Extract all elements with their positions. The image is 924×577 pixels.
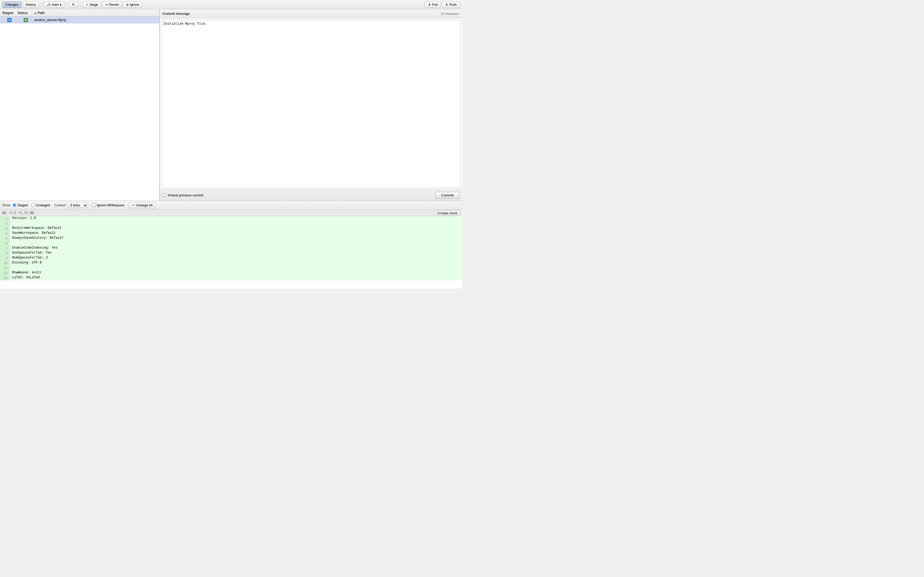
ignore-whitespace-label: Ignore Whitespace <box>97 203 124 207</box>
diff-hunk-header: @@ -0,0 +1,13 @@ Unstage chunk <box>0 210 462 216</box>
main-area: Staged Status ▲ Path ✓ A <box>0 9 462 201</box>
file-list-header: Staged Status ▲ Path <box>0 9 159 16</box>
diff-line: 6 <box>0 241 462 246</box>
ignore-button[interactable]: ⊘ Ignore <box>123 2 142 8</box>
diff-line-content <box>10 221 462 226</box>
staged-checkbox[interactable]: ✓ <box>7 18 11 22</box>
separator-1 <box>41 2 41 7</box>
hunk-header-text: @@ -0,0 +1,13 @@ <box>2 211 34 215</box>
history-tab[interactable]: History <box>23 2 39 8</box>
push-label: Push <box>449 3 457 6</box>
commit-button[interactable]: Commit <box>435 192 459 199</box>
file-path-text: student_skinner.Rproj <box>34 18 66 22</box>
unstage-all-button[interactable]: ↩ Unstage All <box>129 202 156 208</box>
diff-line: 4SaveWorkspace: Default <box>0 231 462 236</box>
context-label: Context <box>54 203 65 207</box>
revert-icon: ↩ <box>105 3 108 6</box>
diff-line-number: 12 <box>0 271 10 276</box>
cell-staged: ✓ <box>1 18 18 22</box>
staged-radio[interactable] <box>13 203 16 207</box>
file-pane: Staged Status ▲ Path ✓ A <box>0 9 160 201</box>
commit-message-textarea[interactable]: Initialize Rproj file. <box>162 20 460 188</box>
diff-line-content: RnwWeave: knitr <box>10 271 462 276</box>
diff-line-content: RestoreWorkspace: Default <box>10 226 462 231</box>
col-staged-label: Staged <box>2 11 13 15</box>
show-label: Show <box>2 203 10 207</box>
unstaged-radio[interactable] <box>31 203 35 207</box>
sort-arrow-icon: ▲ <box>34 11 37 14</box>
commit-message-area: Initialize Rproj file. <box>160 18 462 190</box>
ignore-whitespace-checkbox[interactable] <box>92 203 96 207</box>
revert-label: Revert <box>109 3 119 6</box>
diff-line-content: Encoding: UTF-8 <box>10 261 462 266</box>
stage-checkmark-icon: ✓ <box>86 3 88 6</box>
commit-pane: Commit message 22 characters Initialize … <box>160 9 462 201</box>
diff-line: 1Version: 1.0 <box>0 216 462 221</box>
diff-line-number: 5 <box>0 236 10 241</box>
separator-2 <box>66 2 67 7</box>
pull-label: Pull <box>432 3 438 6</box>
diff-line-number: 11 <box>0 266 10 271</box>
diff-line-number: 10 <box>0 261 10 266</box>
status-badge: A <box>24 18 28 22</box>
diff-line-content: LaTeX: XeLaTeX <box>10 276 462 280</box>
diff-line-content: Version: 1.0 <box>10 216 462 221</box>
diff-line-content: NumSpacesForTab: 2 <box>10 256 462 261</box>
diff-line-content <box>10 266 462 271</box>
unstaged-radio-item[interactable]: Unstaged <box>31 203 50 207</box>
diff-lines-container: 1Version: 1.023RestoreWorkspace: Default… <box>0 216 462 280</box>
refresh-button[interactable]: ↻ <box>69 2 78 8</box>
cell-status: A <box>18 18 34 22</box>
file-list: ✓ A student_skinner.Rproj <box>0 16 159 201</box>
app-container: Changes History ⎇ main ▾ ↻ ✓ Stage ↩ Rev… <box>0 0 462 288</box>
stage-button[interactable]: ✓ Stage <box>82 2 101 8</box>
diff-line-number: 6 <box>0 241 10 246</box>
diff-line-content: UseSpacesForTab: Yes <box>10 251 462 256</box>
diff-line-number: 1 <box>0 216 10 221</box>
diff-line-content <box>10 241 462 246</box>
unstaged-radio-label: Unstaged <box>36 203 50 207</box>
diff-toolbar: Show Staged Unstaged Context 2 lines 3 l… <box>0 201 462 210</box>
amend-checkbox[interactable] <box>163 193 166 197</box>
pull-button[interactable]: ⬇ Pull <box>425 2 441 8</box>
table-row[interactable]: ✓ A student_skinner.Rproj <box>0 16 159 24</box>
changes-tab[interactable]: Changes <box>2 2 21 8</box>
commit-header-label: Commit message <box>163 12 190 16</box>
commit-footer: Amend previous commit Commit <box>160 190 462 201</box>
diff-line: 9NumSpacesForTab: 2 <box>0 256 462 261</box>
staged-radio-item[interactable]: Staged <box>13 203 28 207</box>
branch-chevron-icon: ▾ <box>60 3 61 6</box>
diff-line-number: 13 <box>0 276 10 280</box>
context-select[interactable]: 2 lines 3 lines 5 lines 10 lines <box>68 203 88 208</box>
diff-line-number: 4 <box>0 231 10 236</box>
branch-label: main <box>52 3 58 6</box>
diff-line-number: 8 <box>0 251 10 256</box>
bottom-section: Show Staged Unstaged Context 2 lines 3 l… <box>0 201 462 288</box>
commit-button-label: Commit <box>441 193 454 197</box>
diff-line: 3RestoreWorkspace: Default <box>0 226 462 231</box>
diff-line: 2 <box>0 221 462 226</box>
diff-line: 12RnwWeave: knitr <box>0 271 462 276</box>
diff-line: 10Encoding: UTF-8 <box>0 261 462 266</box>
diff-line-content: EnableCodeIndexing: Yes <box>10 246 462 251</box>
diff-line: 7EnableCodeIndexing: Yes <box>0 246 462 251</box>
diff-view: @@ -0,0 +1,13 @@ Unstage chunk 1Version:… <box>0 210 462 288</box>
ignore-label: Ignore <box>130 3 139 6</box>
col-path-label: Path <box>38 11 45 15</box>
changes-label: Changes <box>5 3 18 6</box>
diff-line-content: AlwaysSaveHistory: Default <box>10 236 462 241</box>
branch-selector[interactable]: ⎇ main ▾ <box>44 2 65 8</box>
toolbar: Changes History ⎇ main ▾ ↻ ✓ Stage ↩ Rev… <box>0 0 462 9</box>
cell-path: student_skinner.Rproj <box>34 18 158 22</box>
push-button[interactable]: ⬆ Push <box>442 2 460 8</box>
unstage-chunk-button[interactable]: Unstage chunk <box>435 211 460 215</box>
diff-line: 8UseSpacesForTab: Yes <box>0 251 462 256</box>
diff-line: 11 <box>0 266 462 271</box>
col-staged-header: Staged <box>1 11 18 15</box>
amend-checkbox-area: Amend previous commit <box>163 193 203 197</box>
revert-button[interactable]: ↩ Revert <box>102 2 122 8</box>
commit-char-count: 22 characters <box>441 12 459 15</box>
branch-icon: ⎇ <box>47 3 50 6</box>
diff-line: 13LaTeX: XeLaTeX <box>0 276 462 280</box>
col-path-header: ▲ Path <box>34 11 158 15</box>
